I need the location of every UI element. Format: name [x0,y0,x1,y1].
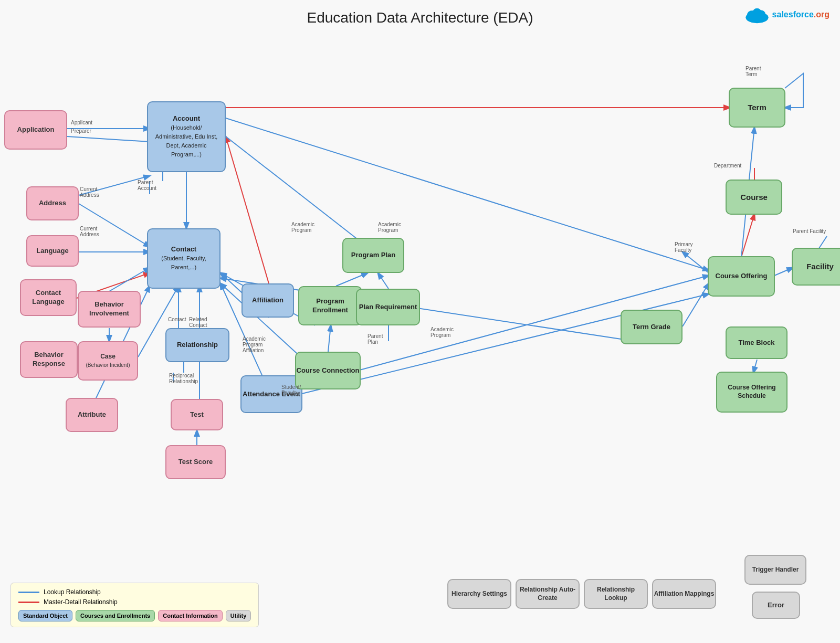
current-address-contact-label: CurrentAddress [80,226,99,237]
diagram-area: Application Address Language Contact Lan… [0,31,840,643]
relationship-lookup-node: Relationship Lookup [584,579,648,609]
affiliation-node: Affiliation [242,283,294,318]
parent-account-label: ParentAccount [138,180,156,191]
svg-line-40 [226,136,374,252]
academic-program-affil-label: AcademicProgramAffiliation [243,336,266,353]
department-label: Department [714,163,741,168]
test-node: Test [171,399,223,430]
svg-line-46 [682,252,709,273]
parent-facility-label: Parent Facility [793,228,826,234]
standard-object-box: Standard Object [18,610,72,621]
parent-plan-label: ParentPlan [368,333,383,345]
primary-faculty-label: PrimaryFaculty [675,241,692,253]
language-node: Language [26,235,79,267]
application-node: Application [4,110,67,150]
behavior-response-node: Behavior Response [20,341,78,378]
reciprocal-rel-label: ReciprocalRelationship [169,373,198,384]
contact-node: Contact(Student, Faculty,Parent,...) [147,228,220,289]
course-node: Course [726,180,782,215]
master-detail-legend-item: Master-Detail Relationship [18,598,251,606]
current-address-account-label: CurrentAddress [80,186,99,198]
svg-line-44 [328,325,331,352]
svg-line-39 [226,118,709,270]
svg-line-31 [682,283,709,326]
academic-program-pr-label: AcademicProgram [430,326,454,338]
applicant-label: Applicant [71,120,92,125]
term-grade-node: Term Grade [621,310,682,344]
connections-svg [0,31,840,643]
cloud-icon [744,5,770,24]
hierarchy-settings-node: Hierarchy Settings [447,579,511,609]
svg-line-35 [819,236,827,248]
behavior-involvement-node: Behavior Involvement [78,291,141,328]
term-node: Term [729,88,785,128]
course-offering-schedule-node: Course Offering Schedule [716,372,788,413]
svg-line-26 [378,273,388,289]
courses-enrollments-box: Courses and Enrollments [76,610,155,621]
lookup-label: Lookup Relationship [44,588,101,596]
relationship-auto-create-node: Relationship Auto-Create [516,579,580,609]
student-faculty-label: Student/Faculty [281,384,301,396]
address-node: Address [26,186,79,220]
relationship-node: Relationship [165,328,229,362]
case-node: Case(Behavior Incident) [78,341,138,381]
plan-requirement-node: Plan Requirement [356,289,420,325]
salesforce-logo: salesforce.org [744,5,830,24]
svg-line-13 [109,268,150,291]
svg-line-34 [774,268,793,276]
course-connection-node: Course Connection [295,352,361,389]
lookup-legend-item: Lookup Relationship [18,588,251,596]
contact-rel-label: Contact [168,317,186,322]
attribute-node: Attribute [66,398,118,432]
academic-program-plan-label: AcademicProgram [291,222,314,233]
contact-information-box: Contact Information [158,610,223,621]
contact-language-node: Contact Language [20,279,77,316]
legend: Lookup Relationship Master-Detail Relati… [10,583,259,627]
error-node: Error [752,592,800,619]
svg-line-36 [753,360,757,373]
svg-line-7 [79,204,150,247]
page-title: Education Data Architecture (EDA) [0,0,840,26]
affiliation-mappings-node: Affiliation Mappings [652,579,716,609]
svg-line-23 [226,136,269,283]
utility-box: Utility [226,610,251,621]
svg-line-25 [336,273,368,286]
program-enrollment-node: Program Enrollment [298,286,362,325]
related-contact-label: RelatedContact [189,317,207,328]
academic-program-co-label: AcademicProgram [378,222,401,233]
facility-node: Facility [792,248,840,286]
test-score-node: Test Score [165,445,226,479]
sf-logo-text: salesforce.org [772,9,830,20]
account-node: Account(Household/Administrative, Edu In… [147,101,226,172]
svg-point-3 [752,8,761,16]
time-block-node: Time Block [726,326,788,359]
legend-color-boxes: Standard Object Courses and Enrollments … [18,610,251,621]
parent-term-label: ParentTerm [746,66,761,77]
master-detail-label: Master-Detail Relationship [44,598,118,606]
svg-line-5 [67,136,150,142]
course-offering-node: Course Offering [708,256,775,297]
lookup-line [18,592,39,593]
master-detail-line [18,602,39,603]
program-plan-node: Program Plan [342,238,404,273]
trigger-handler-node: Trigger Handler [744,555,806,585]
preparer-label: Preparer [71,128,91,134]
